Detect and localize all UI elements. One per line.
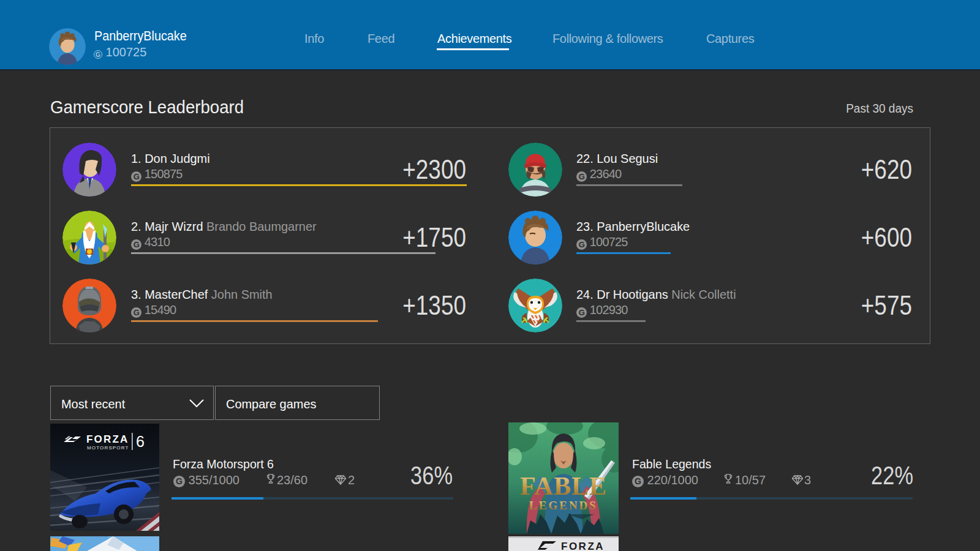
svg-text:6: 6 <box>136 433 145 450</box>
svg-text:FABLE: FABLE <box>520 472 607 500</box>
svg-text:FORZA: FORZA <box>86 433 129 445</box>
svg-text:MOTORSPORT: MOTORSPORT <box>87 445 129 451</box>
svg-text:FORZA: FORZA <box>561 541 605 551</box>
svg-text:LEGENDS: LEGENDS <box>529 499 598 512</box>
